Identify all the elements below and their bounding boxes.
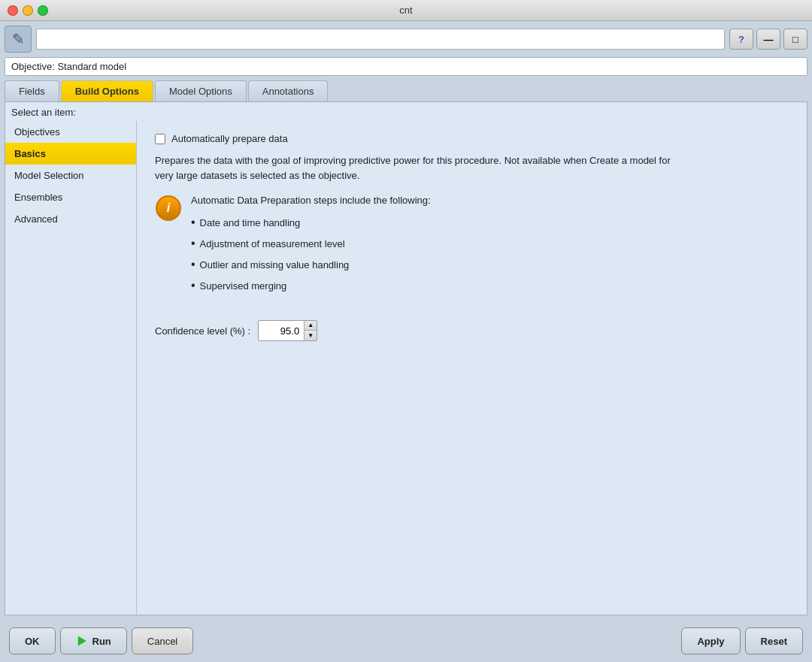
auto-prepare-row: Automatically prepare data: [155, 133, 789, 144]
sidebar-item-model-selection[interactable]: Model Selection: [5, 165, 136, 186]
sidebar-item-basics[interactable]: Basics: [5, 143, 136, 165]
window-title: cnt: [399, 5, 412, 16]
apply-button[interactable]: Apply: [681, 627, 740, 654]
question-icon: ?: [738, 34, 744, 45]
tab-model-options[interactable]: Model Options: [155, 80, 247, 101]
minimize-button[interactable]: [23, 5, 33, 16]
info-title: Automatic Data Preparation steps include…: [191, 195, 789, 206]
info-box: i Automatic Data Preparation steps inclu…: [155, 195, 789, 296]
run-icon: [76, 635, 88, 647]
auto-prepare-checkbox[interactable]: [155, 134, 165, 144]
confidence-label: Confidence level (%) :: [155, 325, 250, 337]
tab-build-options[interactable]: Build Options: [61, 80, 153, 101]
content-area: Select an item: Objectives Basics Model …: [5, 101, 807, 615]
title-bar: cnt: [0, 0, 812, 21]
close-button[interactable]: [8, 5, 18, 16]
list-item: Supervised merging: [191, 275, 789, 296]
cancel-button[interactable]: Cancel: [132, 627, 193, 654]
main-container: ✎ ? — □ Objective: Standard model Fields…: [0, 21, 812, 620]
toolbar: ✎ ? — □: [5, 26, 807, 53]
info-circle-icon: i: [156, 195, 181, 221]
toolbar-right-buttons: ? — □: [729, 29, 807, 50]
spinner-down-button[interactable]: ▼: [304, 331, 317, 340]
confidence-input[interactable]: [259, 323, 304, 339]
tab-fields[interactable]: Fields: [5, 80, 59, 101]
tab-bar: Fields Build Options Model Options Annot…: [5, 80, 807, 101]
bottom-bar: OK Run Cancel Apply Reset: [0, 620, 812, 662]
auto-prepare-label: Automatically prepare data: [171, 133, 288, 144]
maximize-button[interactable]: [38, 5, 48, 16]
toolbar-input[interactable]: [36, 29, 725, 50]
reset-button[interactable]: Reset: [745, 627, 803, 654]
confidence-row: Confidence level (%) : ▲ ▼: [155, 320, 789, 341]
ok-button[interactable]: OK: [9, 627, 56, 654]
description-text: Prepares the data with the goal of impro…: [155, 153, 681, 183]
bottom-left-buttons: OK Run Cancel: [9, 627, 193, 654]
sidebar-item-objectives[interactable]: Objectives: [5, 121, 136, 143]
minus-icon: —: [764, 34, 774, 45]
info-content: Automatic Data Preparation steps include…: [191, 195, 789, 296]
square-icon: □: [792, 34, 798, 45]
bottom-right-buttons: Apply Reset: [681, 627, 803, 654]
select-label: Select an item:: [5, 102, 807, 121]
confidence-input-wrap: ▲ ▼: [258, 320, 317, 341]
content-body: Objectives Basics Model Selection Ensemb…: [5, 121, 807, 615]
tab-annotations[interactable]: Annotations: [248, 80, 329, 101]
objective-bar: Objective: Standard model: [5, 57, 807, 76]
run-button[interactable]: Run: [60, 627, 127, 654]
objective-text: Objective: Standard model: [11, 61, 126, 72]
sidebar: Objectives Basics Model Selection Ensemb…: [5, 121, 137, 615]
sidebar-item-advanced[interactable]: Advanced: [5, 208, 136, 230]
window-controls[interactable]: [8, 5, 48, 16]
list-item: Date and time handling: [191, 212, 789, 233]
info-icon-wrap: i: [155, 195, 182, 222]
edit-icon: ✎: [12, 30, 25, 48]
spinner-up-button[interactable]: ▲: [304, 321, 317, 331]
list-item: Outlier and missing value handling: [191, 254, 789, 275]
list-item: Adjustment of measurement level: [191, 233, 789, 254]
sidebar-item-ensembles[interactable]: Ensembles: [5, 186, 136, 208]
right-panel: Automatically prepare data Prepares the …: [137, 121, 807, 615]
shrink-button[interactable]: —: [756, 29, 780, 50]
spinner-buttons: ▲ ▼: [304, 321, 317, 340]
toolbar-icon: ✎: [5, 26, 32, 53]
expand-button[interactable]: □: [783, 29, 807, 50]
bullet-list: Date and time handling Adjustment of mea…: [191, 212, 789, 296]
help-button[interactable]: ?: [729, 29, 753, 50]
